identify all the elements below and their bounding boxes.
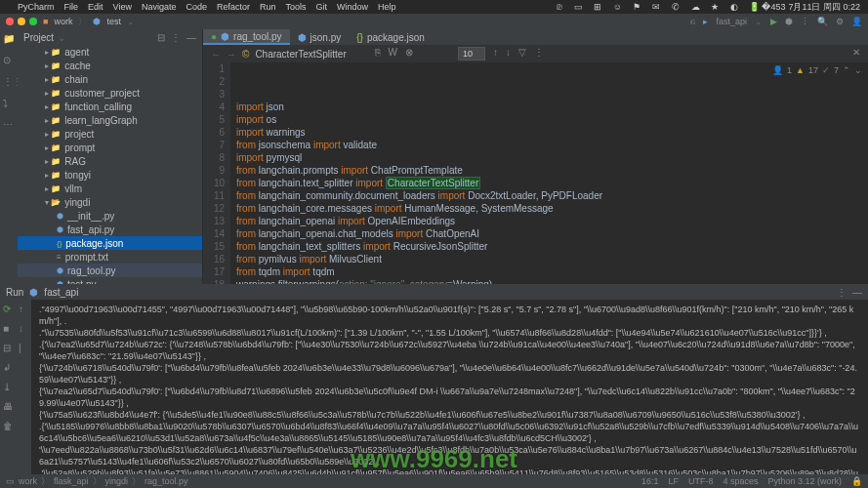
bc-1[interactable]: flask_api: [54, 476, 89, 486]
tree-item-agent[interactable]: ▸ 📁agent: [18, 45, 202, 59]
more-tool-icon[interactable]: ⋯: [3, 119, 15, 131]
goto-line-input[interactable]: [458, 47, 485, 61]
close-crumb-icon[interactable]: ⊗: [405, 47, 413, 61]
stop-icon[interactable]: ■: [3, 323, 15, 335]
hide-icon[interactable]: —: [186, 32, 196, 43]
menu-edit[interactable]: Edit: [88, 2, 103, 12]
menu-git[interactable]: Git: [316, 2, 328, 12]
menu-code[interactable]: Code: [186, 2, 207, 12]
bc-2[interactable]: yingdi: [105, 476, 129, 486]
down-output-icon[interactable]: ↓: [19, 323, 30, 335]
print-icon[interactable]: 🖶: [3, 401, 15, 413]
run-output[interactable]: ."4997\\u00d71963\\u00d71455", "4997\\u0…: [31, 300, 868, 474]
git-icon[interactable]: ⎌: [690, 17, 695, 26]
collapse-icon[interactable]: ⊟: [157, 32, 165, 43]
debug-icon[interactable]: ⬢: [785, 17, 793, 26]
trash-icon[interactable]: 🗑: [3, 421, 15, 432]
grid-icon[interactable]: ⊞: [593, 2, 602, 12]
battery-icon[interactable]: 🔋: [749, 2, 759, 12]
code-editor[interactable]: 12345678910111213141516171819 👤1 ▲17 ✓7 …: [203, 62, 868, 284]
tree-item-customer_project[interactable]: ▸ 📁customer_project: [18, 86, 202, 100]
tree-item-chain[interactable]: ▸ 📁chain: [18, 72, 202, 86]
menu-navigate[interactable]: Navigate: [142, 2, 177, 12]
more-crumb-icon[interactable]: ⋮: [534, 47, 544, 61]
tree-item-fast_api-py[interactable]: ⬢fast_api.py: [18, 223, 202, 236]
menu-tools[interactable]: Tools: [285, 2, 306, 12]
bc-3[interactable]: rag_tool.py: [145, 476, 188, 486]
down-icon[interactable]: ↓: [506, 47, 511, 61]
close-editor-icon[interactable]: ✕: [852, 47, 860, 61]
more-icon[interactable]: ⋮: [801, 17, 809, 26]
camera-icon[interactable]: ⎚: [554, 2, 563, 12]
tree-item-project[interactable]: ▸ 📁project: [18, 127, 202, 141]
tab-rag_tool-py[interactable]: ● ⬢rag_tool.py: [203, 29, 290, 45]
wechat-icon[interactable]: ✉: [651, 2, 661, 12]
line-sep[interactable]: LF: [668, 476, 679, 486]
indent[interactable]: 4 spaces: [723, 476, 758, 486]
tree-item-prompt[interactable]: ▸ 📁prompt: [18, 141, 202, 154]
maximize-button[interactable]: [29, 18, 37, 25]
tab-json-py[interactable]: ⬢json.py: [290, 29, 350, 45]
avatar-icon[interactable]: 👤: [851, 17, 862, 26]
search-icon[interactable]: 🔍: [817, 17, 828, 26]
tree-item-learn_langGraph[interactable]: ▸ 📁learn_langGraph: [18, 113, 202, 127]
bc-0[interactable]: work: [19, 476, 37, 486]
face-icon[interactable]: ☺: [612, 2, 622, 12]
rerun-icon[interactable]: ⟳: [3, 304, 15, 315]
nav-fwd-icon[interactable]: →: [227, 49, 236, 60]
scroll-icon[interactable]: ⤓: [3, 382, 15, 393]
menu-window[interactable]: Window: [337, 2, 368, 12]
tree-item-package-json[interactable]: {}package.json: [18, 236, 202, 250]
options-icon[interactable]: ⋮: [171, 32, 181, 43]
lock-icon[interactable]: 🔒: [851, 476, 862, 486]
phone-icon[interactable]: ✆: [671, 2, 681, 12]
up-output-icon[interactable]: ↑: [19, 304, 30, 315]
tree-item-rag_tool-py[interactable]: ⬢rag_tool.py: [18, 264, 202, 277]
run-close-icon[interactable]: ⋮: [837, 287, 847, 298]
wifi-icon[interactable]: �453: [768, 2, 778, 12]
tree-item-test-py[interactable]: ⬢test.py: [18, 277, 202, 284]
status-chip-icon[interactable]: ▭: [6, 476, 15, 486]
menu-pycharm[interactable]: PyCharm: [18, 2, 55, 12]
cloud-icon[interactable]: ☁: [690, 2, 700, 12]
run-config[interactable]: fast_api: [716, 17, 747, 26]
screen-icon[interactable]: ▭: [573, 2, 583, 12]
menu-file[interactable]: File: [64, 2, 79, 12]
close-button[interactable]: [6, 18, 14, 25]
menu-refactor[interactable]: Refactor: [217, 2, 250, 12]
clock[interactable]: 7月11日 周四 0:22: [788, 1, 860, 14]
tree-item-RAG[interactable]: ▸ 📁RAG: [18, 154, 202, 168]
menu-run[interactable]: Run: [260, 2, 276, 12]
tree-item-vllm[interactable]: ▸ 📁vllm: [18, 182, 202, 195]
filter-icon[interactable]: ▽: [518, 47, 526, 61]
star-icon[interactable]: ★: [710, 2, 720, 12]
project-tree[interactable]: ▸ 📁agent▸ 📁cache▸ 📁chain▸ 📁customer_proj…: [18, 45, 202, 284]
structure-tool-icon[interactable]: ⋮⋮: [3, 76, 15, 88]
tree-item-yingdi[interactable]: ▾ 📂yingdi: [18, 195, 202, 209]
interpreter[interactable]: Python 3.12 (work): [767, 476, 842, 486]
up-icon[interactable]: ↑: [493, 47, 498, 61]
tree-item-__init__-py[interactable]: ⬢__init__.py: [18, 209, 202, 223]
copy-ref-icon[interactable]: ⎘: [375, 47, 381, 61]
tree-item-tongyi[interactable]: ▸ 📁tongyi: [18, 168, 202, 182]
tree-item-cache[interactable]: ▸ 📁cache: [18, 59, 202, 72]
menu-view[interactable]: View: [113, 2, 132, 12]
run-hide-icon[interactable]: —: [852, 287, 862, 298]
run-icon[interactable]: ▶: [770, 17, 777, 26]
pull-tool-icon[interactable]: ⤵: [3, 98, 15, 109]
minimize-button[interactable]: [18, 18, 25, 25]
symbol-name[interactable]: CharacterTextSplitter: [255, 49, 346, 60]
layout-icon[interactable]: ⊟: [3, 343, 15, 354]
user-icon[interactable]: ◐: [729, 2, 739, 12]
encoding[interactable]: UTF-8: [688, 476, 714, 486]
caret-pos[interactable]: 16:1: [641, 476, 659, 486]
soft-wrap-icon[interactable]: ↲: [3, 362, 15, 374]
project-tool-icon[interactable]: 📁: [3, 33, 15, 45]
lint-label[interactable]: W: [389, 47, 397, 61]
menu-help[interactable]: Help: [378, 2, 396, 12]
settings-icon[interactable]: ⚙: [836, 17, 844, 26]
nav-back-icon[interactable]: ←: [211, 49, 221, 60]
tree-item-function_calling[interactable]: ▸ 📁function_calling: [18, 100, 202, 113]
tree-item-prompt-txt[interactable]: ≡prompt.txt: [18, 250, 202, 264]
commit-tool-icon[interactable]: ⊙: [3, 55, 15, 66]
